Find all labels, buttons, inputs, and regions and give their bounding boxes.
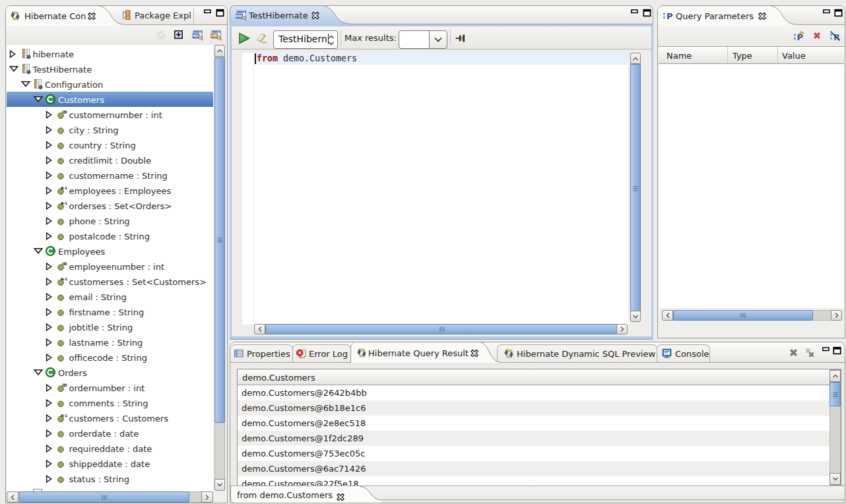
expand-arrow-icon[interactable] bbox=[46, 278, 52, 286]
tree-item[interactable]: IDordernumber : int bbox=[7, 380, 213, 395]
query-name-combo[interactable]: TestHibern bbox=[273, 30, 338, 49]
scroll-thumb[interactable] bbox=[630, 64, 641, 313]
result-row[interactable]: demo.Customers@2e8ec518 bbox=[238, 416, 830, 431]
maximize-icon[interactable] bbox=[216, 9, 224, 17]
expand-arrow-icon[interactable] bbox=[46, 217, 52, 225]
editor-hscrollbar[interactable] bbox=[254, 324, 628, 334]
expand-arrow-icon[interactable] bbox=[46, 172, 52, 179]
tree-item[interactable]: N-1customerses : Set<Customers> bbox=[7, 274, 213, 289]
expand-arrow-icon[interactable] bbox=[46, 414, 52, 422]
tree-item[interactable]: phone : String bbox=[7, 213, 213, 228]
collapse-arrow-icon[interactable] bbox=[34, 96, 40, 104]
result-row[interactable]: demo.Customers@6b18e1c6 bbox=[238, 400, 830, 416]
collapse-arrow-icon[interactable] bbox=[21, 80, 28, 88]
qp-hscrollbar[interactable] bbox=[662, 310, 842, 321]
scroll-down-button[interactable] bbox=[630, 311, 641, 322]
pin-editor-icon[interactable] bbox=[455, 33, 466, 44]
scroll-right-button[interactable] bbox=[201, 491, 213, 503]
tree-item[interactable]: orderdate : date bbox=[7, 425, 213, 441]
remove-all-query-results-icon[interactable] bbox=[804, 347, 816, 358]
tree-item[interactable]: postalcode : String bbox=[7, 228, 213, 243]
tree-item[interactable]: officecode : String bbox=[7, 350, 213, 365]
expand-arrow-icon[interactable] bbox=[46, 399, 52, 407]
scroll-right-button[interactable] bbox=[616, 324, 628, 334]
scroll-thumb[interactable] bbox=[265, 324, 618, 334]
maximize-icon[interactable] bbox=[834, 9, 843, 17]
close-icon[interactable] bbox=[471, 349, 478, 356]
editor-text-area[interactable]: from demo.Customers bbox=[254, 53, 628, 325]
tree-item[interactable]: email : String bbox=[7, 289, 213, 304]
tree-item[interactable]: country : String bbox=[7, 137, 213, 152]
tab-hibernate-dynamic-sql-preview[interactable]: Hibernate Dynamic SQL Preview bbox=[497, 344, 657, 362]
minimize-icon[interactable] bbox=[822, 9, 831, 17]
close-icon[interactable] bbox=[758, 12, 765, 19]
result-vscrollbar[interactable] bbox=[830, 369, 841, 486]
tree-item[interactable]: status : String bbox=[7, 471, 213, 486]
max-results-dropdown[interactable] bbox=[429, 30, 447, 49]
minimize-icon[interactable] bbox=[203, 9, 212, 17]
expand-arrow-icon[interactable] bbox=[46, 308, 52, 316]
column-type[interactable]: Type bbox=[732, 50, 752, 60]
tree-item[interactable]: Configuration bbox=[7, 77, 213, 92]
tree-hscrollbar[interactable] bbox=[7, 491, 213, 503]
close-icon[interactable] bbox=[337, 491, 344, 498]
tree-item[interactable]: N-1orderses : Set<Orders> bbox=[7, 198, 213, 213]
expand-arrow-icon[interactable] bbox=[46, 156, 52, 164]
expand-arrow-icon[interactable] bbox=[46, 429, 52, 437]
expand-arrow-icon[interactable] bbox=[46, 445, 52, 453]
scroll-left-button[interactable] bbox=[7, 491, 18, 503]
tree-item[interactable]: IDcustomernumber : int bbox=[7, 107, 213, 122]
expand-arrow-icon[interactable] bbox=[46, 293, 52, 301]
expand-arrow-icon[interactable] bbox=[46, 323, 52, 331]
tab-hibernate-configurations[interactable]: Hibernate Con bbox=[6, 6, 97, 25]
collapse-arrow-icon[interactable] bbox=[9, 65, 16, 73]
tree-item[interactable]: Customers bbox=[7, 92, 213, 107]
result-row[interactable]: demo.Customers@1f2dc289 bbox=[238, 431, 830, 446]
editor-vscrollbar[interactable] bbox=[630, 53, 641, 322]
add-configuration-icon[interactable] bbox=[174, 30, 183, 39]
result-row[interactable]: demo.Customers@6ac71426 bbox=[238, 461, 830, 476]
tree-item[interactable]: customername : String bbox=[7, 168, 213, 183]
max-results-input[interactable] bbox=[399, 30, 430, 49]
tab-from-demo-customers[interactable]: from demo.Customers bbox=[230, 486, 360, 503]
expand-arrow-icon[interactable] bbox=[46, 111, 52, 119]
expand-arrow-icon[interactable] bbox=[46, 384, 52, 392]
scroll-thumb[interactable] bbox=[673, 310, 813, 321]
tree-item[interactable]: TestHibernate bbox=[7, 61, 213, 77]
result-row[interactable]: demo.Customers@22f5e18 bbox=[238, 476, 830, 486]
result-row[interactable]: demo.Customers@2642b4bb bbox=[238, 385, 830, 400]
tree-item[interactable]: Employees bbox=[7, 243, 213, 259]
maximize-icon[interactable] bbox=[833, 346, 841, 355]
clear-icon[interactable] bbox=[256, 32, 271, 45]
toggle-remember-icon[interactable]: R bbox=[830, 30, 841, 42]
expand-arrow-icon[interactable] bbox=[46, 141, 52, 149]
tree-item[interactable]: jobtitle : String bbox=[7, 319, 213, 334]
close-icon[interactable] bbox=[311, 12, 319, 19]
maximize-icon[interactable] bbox=[643, 9, 651, 17]
tree-item[interactable]: lastname : String bbox=[7, 334, 213, 350]
close-icon[interactable] bbox=[88, 12, 95, 19]
scroll-up-button[interactable] bbox=[630, 53, 641, 64]
minimize-icon[interactable] bbox=[822, 346, 830, 355]
expand-arrow-icon[interactable] bbox=[46, 338, 52, 346]
tree-item[interactable]: N-1employees : Employees bbox=[7, 183, 213, 198]
scroll-left-button[interactable] bbox=[662, 310, 673, 321]
expand-arrow-icon[interactable] bbox=[46, 475, 52, 483]
tree-item[interactable]: shippeddate : date bbox=[7, 456, 213, 471]
result-row[interactable]: demo.Customers@753ec05c bbox=[238, 446, 830, 461]
result-table-header[interactable]: demo.Customers bbox=[238, 369, 841, 385]
add-parameter-icon[interactable]: P bbox=[793, 30, 804, 42]
scroll-up-button[interactable] bbox=[830, 370, 841, 382]
tab-console[interactable]: Console bbox=[657, 344, 710, 362]
expand-arrow-icon[interactable] bbox=[46, 187, 52, 195]
scroll-right-button[interactable] bbox=[831, 310, 842, 321]
expand-arrow-icon[interactable] bbox=[9, 50, 16, 58]
tree-item[interactable]: city : String bbox=[7, 122, 213, 137]
tree-item[interactable]: comments : String bbox=[7, 395, 213, 410]
tree-item[interactable]: firstname : String bbox=[7, 304, 213, 319]
tree-item[interactable]: N-1customers : Customers bbox=[7, 410, 213, 425]
open-hql-editor-icon[interactable]: HQL bbox=[192, 30, 203, 41]
column-value[interactable]: Value bbox=[782, 50, 806, 60]
tab-testhibernate-editor[interactable]: HQL TestHibernate bbox=[230, 6, 321, 24]
tab-error-log[interactable]: Error Log bbox=[292, 344, 351, 362]
